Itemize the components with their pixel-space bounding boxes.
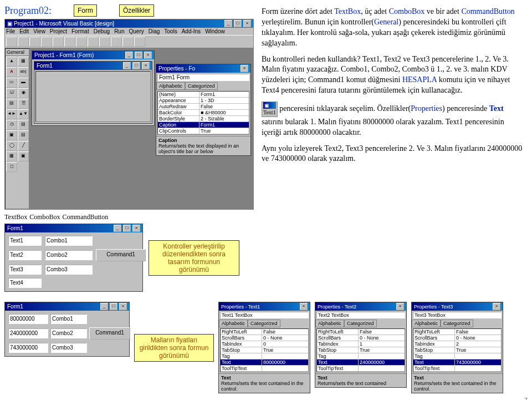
combo1-field[interactable]: Combo1 <box>45 236 93 246</box>
tool-filelist-icon[interactable]: ▤ <box>18 130 29 140</box>
prop-val[interactable] <box>455 366 501 371</box>
prop-val[interactable]: ■ &H80000 <box>200 110 249 115</box>
tool-listbox-icon[interactable]: ☰ <box>18 99 29 109</box>
maximize-button[interactable]: □ <box>123 225 131 232</box>
tool-icon[interactable] <box>41 37 52 47</box>
tab-categorized[interactable]: Categorized <box>248 320 280 327</box>
tab-categorized[interactable]: Categorized <box>185 82 218 90</box>
text2-field[interactable]: Text2 <box>8 250 42 260</box>
menu-diag[interactable]: Diag <box>149 28 160 34</box>
tool-icon[interactable] <box>88 37 99 47</box>
tool-data-icon[interactable]: ▣ <box>18 151 29 161</box>
tool-icon[interactable] <box>29 37 40 47</box>
maximize-button[interactable]: □ <box>135 52 142 59</box>
close-button[interactable]: × <box>119 303 127 310</box>
prop-val[interactable]: False <box>359 329 405 335</box>
tool-drive-icon[interactable]: ▤ <box>18 120 29 130</box>
text2-value[interactable]: 240000000 <box>8 328 48 338</box>
minimize-button[interactable]: _ <box>114 225 121 232</box>
combo3-field[interactable]: Combo3 <box>50 343 87 353</box>
menu-project[interactable]: Project <box>50 28 67 34</box>
prop-val[interactable]: 2 <box>455 341 501 347</box>
menu-run[interactable]: Run <box>114 28 124 34</box>
maximize-button[interactable]: □ <box>234 20 242 27</box>
tool-checkbox-icon[interactable]: ☑ <box>6 88 17 98</box>
prop-val[interactable]: 743000000 <box>455 360 501 365</box>
tab-alphabetic[interactable]: Alphabetic <box>412 320 441 327</box>
close-button[interactable]: × <box>243 20 251 27</box>
minimize-button[interactable]: _ <box>123 62 131 69</box>
tool-hscroll-icon[interactable]: ◄► <box>6 109 17 119</box>
prop-val[interactable]: 0 - None <box>455 335 501 341</box>
text1-value[interactable]: 80000000 <box>8 314 48 324</box>
tool-option-icon[interactable]: ◉ <box>18 88 29 98</box>
prop-combo[interactable]: Text3 TextBox <box>413 312 502 318</box>
close-button[interactable]: × <box>144 52 152 59</box>
prop-val[interactable] <box>359 366 405 371</box>
prop-val[interactable]: 0 - None <box>359 335 405 341</box>
menu-debug[interactable]: Debug <box>94 28 110 34</box>
tool-frame-icon[interactable]: ▭ <box>6 78 17 88</box>
tool-combobox-icon[interactable]: ▤ <box>6 99 17 109</box>
close-button[interactable]: × <box>300 303 308 310</box>
tool-vscroll-icon[interactable]: ▲▼ <box>18 109 29 119</box>
tool-icon[interactable] <box>64 37 75 47</box>
menu-edit[interactable]: Edit <box>19 28 29 34</box>
properties-object-combo[interactable]: Form1 Form <box>157 74 249 81</box>
combo3-field[interactable]: Combo3 <box>45 265 93 275</box>
prop-val[interactable]: 80000000 <box>262 360 308 365</box>
tool-image-icon[interactable]: ▦ <box>6 151 17 161</box>
prop-val[interactable]: False <box>200 104 249 109</box>
tab-alphabetic[interactable]: Alphabetic <box>219 320 248 327</box>
prop-val[interactable]: True <box>455 347 501 353</box>
tool-icon[interactable] <box>122 37 134 47</box>
tool-icon[interactable] <box>53 37 64 47</box>
minimize-button[interactable]: _ <box>224 20 232 27</box>
tool-timer-icon[interactable]: ◷ <box>6 120 17 130</box>
prop-val[interactable]: False <box>455 329 501 335</box>
tab-alphabetic[interactable]: Alphabetic <box>315 320 344 327</box>
tool-icon[interactable] <box>134 37 145 47</box>
properties-list[interactable]: (Name)Form1 Appearance1 - 3D AutoRedrawF… <box>157 91 249 135</box>
prop-val[interactable]: Form1 <box>200 122 249 128</box>
menu-file[interactable]: File <box>6 28 15 34</box>
prop-val[interactable]: 2 - Sizable <box>200 116 249 121</box>
tool-ole-icon[interactable]: ◻ <box>6 162 17 172</box>
maximize-button[interactable]: □ <box>132 62 140 69</box>
prop-val[interactable]: True <box>200 128 249 134</box>
menu-query[interactable]: Query <box>129 28 144 34</box>
tool-icon[interactable] <box>6 37 17 47</box>
prop-val[interactable] <box>359 353 405 359</box>
tool-picturebox-icon[interactable]: ▦ <box>18 57 29 67</box>
text1-field[interactable]: Text1 <box>8 236 42 246</box>
tool-icon[interactable] <box>99 37 110 47</box>
tab-alphabetic[interactable]: Alphabetic <box>156 82 185 90</box>
minimize-button[interactable]: _ <box>100 303 108 310</box>
prop-val[interactable]: 240000000 <box>359 360 405 365</box>
prop-combo[interactable]: Text1 TextBox <box>220 312 309 318</box>
tab-categorized[interactable]: Categorized <box>441 320 473 327</box>
close-button[interactable]: × <box>132 225 140 232</box>
tool-pointer-icon[interactable]: ▲ <box>6 57 17 67</box>
prop-val[interactable] <box>262 366 308 371</box>
tool-shape-icon[interactable]: ◯ <box>6 141 17 151</box>
command1-button[interactable]: Command1 <box>96 249 146 261</box>
close-button[interactable]: × <box>241 65 248 72</box>
menu-window[interactable]: Window <box>205 28 225 34</box>
prop-val[interactable]: True <box>262 347 308 353</box>
prop-val[interactable]: True <box>359 347 405 353</box>
tool-textbox-icon[interactable]: ab| <box>18 67 29 77</box>
prop-val[interactable]: 0 <box>262 341 308 347</box>
text3-value[interactable]: 743000000 <box>8 343 48 353</box>
tab-categorized[interactable]: Categorized <box>344 320 377 327</box>
maximize-button[interactable]: □ <box>110 303 117 310</box>
prop-val[interactable]: Form1 <box>200 92 249 97</box>
command1-button[interactable]: Command1 <box>89 327 130 340</box>
prop-val[interactable]: 0 - None <box>262 335 308 341</box>
prop-val[interactable]: 1 - 3D <box>200 98 249 103</box>
menu-tools[interactable]: Tools <box>164 28 177 34</box>
tool-icon[interactable] <box>111 37 122 47</box>
prop-val[interactable] <box>455 353 501 359</box>
tool-dirlist-icon[interactable]: ▣ <box>6 130 17 140</box>
text3-field[interactable]: Text3 <box>8 265 42 275</box>
